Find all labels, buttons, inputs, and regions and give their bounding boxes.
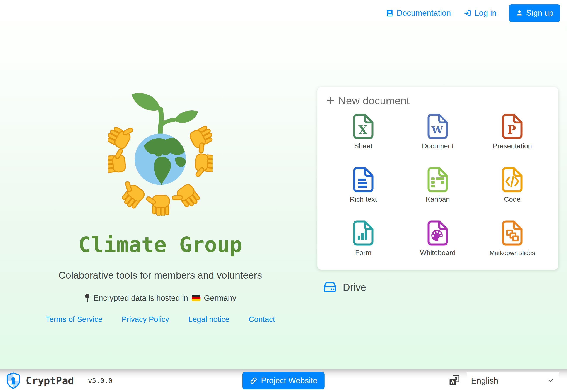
link-icon	[250, 377, 257, 385]
signup-button[interactable]: Sign up	[509, 4, 560, 22]
terms-of-service-link[interactable]: Terms of Service	[45, 315, 103, 324]
presentation-file-icon: P	[501, 113, 523, 139]
drive-icon	[323, 281, 337, 294]
language-select[interactable]: English	[467, 372, 559, 389]
doc-type-label: Presentation	[493, 142, 532, 150]
new-doc-document[interactable]: W Document	[401, 113, 475, 167]
hosting-country: Germany	[204, 294, 236, 303]
legal-notice-link[interactable]: Legal notice	[188, 315, 230, 324]
cryptpad-shield-icon	[6, 372, 20, 389]
doc-type-label: Sheet	[354, 142, 373, 150]
sign-in-icon	[464, 9, 472, 17]
new-doc-presentation[interactable]: P Presentation	[475, 113, 550, 167]
new-document-header: New document	[326, 95, 550, 107]
germany-flag-icon	[192, 295, 200, 301]
signup-label: Sign up	[526, 9, 554, 18]
legal-links: Terms of Service Privacy Policy Legal no…	[27, 315, 293, 324]
rich-text-file-icon	[352, 167, 374, 193]
project-website-button[interactable]: Project Website	[242, 372, 325, 389]
hosting-info: Encrypted data is hosted in Germany	[27, 294, 293, 303]
code-file-icon	[501, 167, 523, 193]
footer-brand-name: CryptPad	[26, 375, 74, 387]
chevron-down-icon	[547, 379, 553, 383]
new-document-card: New document X Sheet W Document P	[317, 87, 558, 270]
svg-text:A: A	[451, 379, 455, 385]
language-translate-icon: A	[448, 375, 461, 387]
new-doc-whiteboard[interactable]: Whiteboard	[401, 220, 475, 273]
sheet-file-icon: X	[352, 113, 374, 139]
instance-subtitle: Colaborative tools for members and volun…	[27, 270, 293, 281]
location-pin-icon	[84, 294, 90, 303]
documentation-link[interactable]: Documentation	[386, 9, 451, 18]
login-link[interactable]: Log in	[464, 9, 497, 18]
new-doc-code[interactable]: Code	[475, 167, 550, 220]
new-doc-markdown-slides[interactable]: Markdown slides	[475, 220, 550, 273]
doc-type-label: Kanban	[426, 195, 450, 203]
document-file-icon: W	[427, 113, 448, 139]
project-website-label: Project Website	[261, 376, 317, 385]
doc-type-label: Rich text	[350, 195, 377, 203]
whiteboard-file-icon	[427, 220, 448, 246]
document-type-grid: X Sheet W Document P Presentation	[326, 113, 550, 273]
new-doc-form[interactable]: Form	[326, 220, 401, 273]
top-nav: Documentation Log in Sign up	[386, 4, 560, 22]
language-selected-value: English	[471, 376, 498, 385]
new-doc-kanban[interactable]: Kanban	[401, 167, 475, 220]
doc-type-label: Form	[355, 249, 372, 257]
doc-type-label: Document	[422, 142, 454, 150]
new-doc-rich-text[interactable]: Rich text	[326, 167, 401, 220]
markdown-slides-file-icon	[501, 220, 523, 246]
doc-type-label: Whiteboard	[420, 249, 456, 257]
doc-type-label: Markdown slides	[490, 250, 535, 256]
svg-text:X: X	[358, 123, 367, 137]
login-label: Log in	[475, 9, 497, 18]
new-doc-sheet[interactable]: X Sheet	[326, 113, 401, 167]
kanban-file-icon	[427, 167, 448, 193]
drive-link[interactable]: Drive	[323, 281, 366, 294]
documentation-label: Documentation	[397, 9, 451, 18]
contact-link[interactable]: Contact	[249, 315, 275, 324]
svg-text:P: P	[507, 123, 516, 137]
footer-version: v5.0.0	[88, 377, 113, 385]
hero-section: Climate Group Colaborative tools for mem…	[27, 76, 293, 324]
new-document-title: New document	[338, 95, 410, 107]
drive-label: Drive	[343, 281, 366, 293]
doc-type-label: Code	[504, 195, 521, 203]
instance-title: Climate Group	[27, 233, 293, 257]
svg-text:W: W	[431, 124, 443, 136]
form-file-icon	[352, 220, 374, 246]
language-group: A English	[448, 372, 559, 389]
book-icon	[386, 9, 394, 17]
hosting-text: Encrypted data is hosted in	[93, 294, 188, 303]
instance-logo-earth-hands-icon	[108, 76, 213, 216]
footer: CryptPad v5.0.0 Project Website A Englis…	[0, 369, 567, 392]
plus-icon	[326, 96, 335, 105]
user-icon	[516, 9, 523, 17]
footer-brand[interactable]: CryptPad v5.0.0	[6, 372, 113, 389]
privacy-policy-link[interactable]: Privacy Policy	[122, 315, 169, 324]
